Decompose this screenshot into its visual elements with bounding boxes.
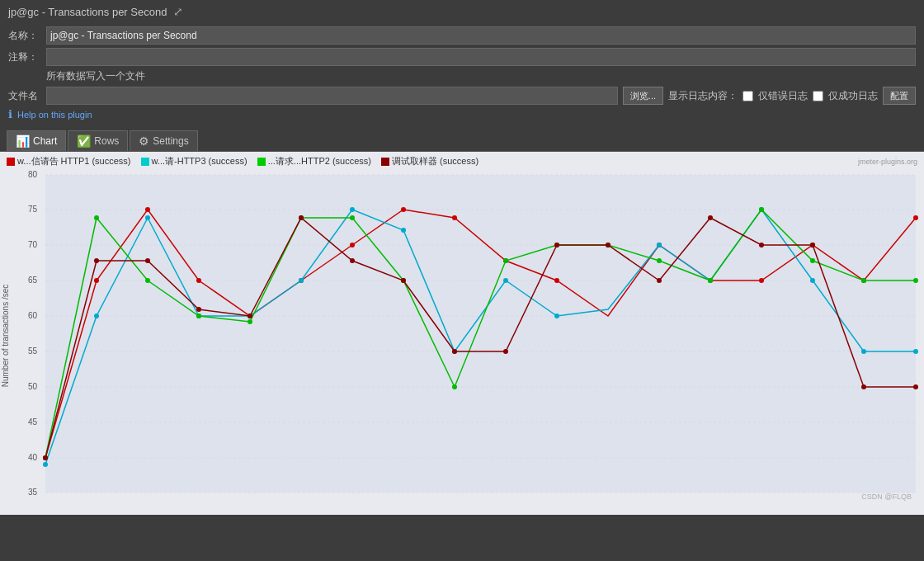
y-label-80: 80 (28, 171, 38, 179)
watermark-bottom: CSDN @FLQB (861, 493, 912, 501)
dot-debug-5 (299, 215, 304, 220)
y-label-70: 70 (28, 240, 38, 249)
legend-http2: ...请求...HTTP2 (success) (257, 155, 371, 167)
configure-button[interactable]: 配置 (883, 87, 916, 105)
settings-tab-icon: ⚙ (139, 134, 149, 148)
comment-row: 注释： (8, 48, 916, 66)
rows-tab-icon: ✅ (77, 134, 91, 148)
tab-settings[interactable]: ⚙ Settings (130, 130, 197, 151)
legend-label-http3: w...请-HTTP3 (success) (152, 155, 248, 167)
dot-http1-10 (554, 278, 559, 283)
comment-input[interactable] (46, 48, 916, 66)
dot-debug-10 (554, 243, 559, 248)
dot-http3-17 (913, 349, 918, 354)
browse-button[interactable]: 浏览... (623, 87, 663, 105)
chart-bg (45, 175, 916, 493)
y-label-40: 40 (28, 453, 38, 462)
title-bar: jp@gc - Transactions per Second ⤢ (0, 0, 924, 23)
name-row: 名称： (8, 26, 916, 45)
tab-rows[interactable]: ✅ Rows (68, 130, 128, 151)
dot-debug-8 (452, 349, 457, 354)
legend-color-http2 (257, 158, 266, 166)
y-label-35: 35 (28, 488, 38, 497)
all-data-label: 所有数据写入一个文件 (46, 69, 145, 83)
dot-http3-5 (299, 278, 304, 283)
chart-legend: w...信请告 HTTP1 (success) w...请-HTTP3 (suc… (0, 152, 924, 171)
legend-http3: w...请-HTTP3 (success) (141, 155, 248, 167)
dot-debug-11 (606, 243, 610, 248)
chart-svg: 80 75 70 65 60 55 50 45 40 35 Number of … (0, 171, 924, 501)
name-input[interactable] (46, 26, 916, 45)
dot-http3-15 (810, 278, 815, 283)
dot-debug-1 (94, 258, 99, 263)
dot-http2-8 (452, 384, 457, 389)
y-axis-title: Number of transactions /sec (1, 285, 10, 388)
legend-label-http2: ...请求...HTTP2 (success) (268, 155, 371, 167)
rows-tab-label: Rows (94, 135, 119, 147)
dot-debug-0 (43, 455, 48, 460)
y-label-50: 50 (28, 382, 38, 391)
dot-http3-9 (503, 278, 508, 283)
chart-area: w...信请告 HTTP1 (success) w...请-HTTP3 (suc… (0, 152, 924, 515)
name-label: 名称： (8, 29, 41, 43)
only-success-checkbox[interactable] (813, 91, 823, 101)
dot-debug-17 (913, 384, 918, 389)
log-content-label: 显示日志内容： (668, 89, 738, 103)
watermark-top: jmeter-plugins.org (858, 158, 917, 166)
dot-http3-12 (657, 243, 662, 248)
info-icon: ℹ (8, 108, 12, 120)
dot-http1-1 (94, 278, 99, 283)
dot-http2-12 (657, 258, 662, 263)
file-name-label: 文件名 (8, 89, 41, 103)
only-error-label: 仅错误日志 (758, 89, 808, 103)
dot-http2-17 (913, 278, 918, 283)
chart-container: 80 75 70 65 60 55 50 45 40 35 Number of … (0, 171, 924, 515)
dot-debug-4 (248, 314, 252, 318)
settings-tab-label: Settings (153, 135, 188, 147)
dot-http1-17 (913, 215, 918, 220)
only-success-label: 仅成功日志 (828, 89, 878, 103)
dot-http3-2 (145, 215, 150, 220)
help-row: ℹ Help on this plugin (8, 108, 916, 120)
file-row: 文件名 浏览... 显示日志内容： 仅错误日志 仅成功日志 配置 (8, 87, 916, 105)
all-data-row: 所有数据写入一个文件 (8, 69, 916, 83)
dot-http3-0 (43, 462, 48, 467)
help-link[interactable]: Help on this plugin (17, 110, 92, 120)
only-error-checkbox[interactable] (742, 91, 753, 101)
legend-color-http3 (141, 158, 149, 166)
file-name-input[interactable] (46, 87, 618, 105)
dot-http1-3 (196, 278, 201, 283)
dot-http1-8 (452, 215, 457, 220)
tab-chart[interactable]: 📊 Chart (7, 130, 66, 151)
dot-http1-14 (759, 278, 764, 283)
legend-label-http1: w...信请告 HTTP1 (success) (17, 155, 131, 167)
dot-http2-6 (350, 215, 355, 220)
dot-debug-16 (861, 384, 866, 389)
dot-http2-9 (503, 258, 508, 263)
dot-http1-6 (350, 243, 355, 248)
legend-color-http1 (7, 158, 15, 166)
dot-http2-1 (94, 215, 99, 220)
dot-http2-16 (861, 278, 866, 283)
dot-debug-6 (350, 258, 355, 263)
y-label-75: 75 (28, 205, 38, 214)
dot-debug-13 (708, 215, 713, 220)
y-label-45: 45 (28, 417, 38, 427)
legend-debug: 调试取样器 (success) (381, 155, 478, 167)
expand-icon[interactable]: ⤢ (173, 5, 183, 18)
form-section: 名称： 注释： 所有数据写入一个文件 文件名 浏览... 显示日志内容： 仅错误… (0, 23, 924, 127)
y-label-55: 55 (28, 346, 38, 356)
comment-label: 注释： (8, 50, 41, 64)
chart-tab-label: Chart (33, 135, 57, 147)
legend-label-debug: 调试取样器 (success) (392, 155, 478, 167)
dot-http3-7 (401, 228, 406, 233)
dot-http1-7 (401, 207, 406, 212)
dot-http2-13 (708, 278, 713, 283)
dot-http2-14 (759, 207, 764, 212)
y-label-60: 60 (28, 311, 38, 320)
dot-http2-15 (810, 258, 815, 263)
dot-debug-14 (759, 243, 764, 248)
dot-http3-1 (94, 314, 99, 318)
dot-http2-4 (248, 319, 252, 324)
dot-debug-7 (401, 278, 406, 283)
